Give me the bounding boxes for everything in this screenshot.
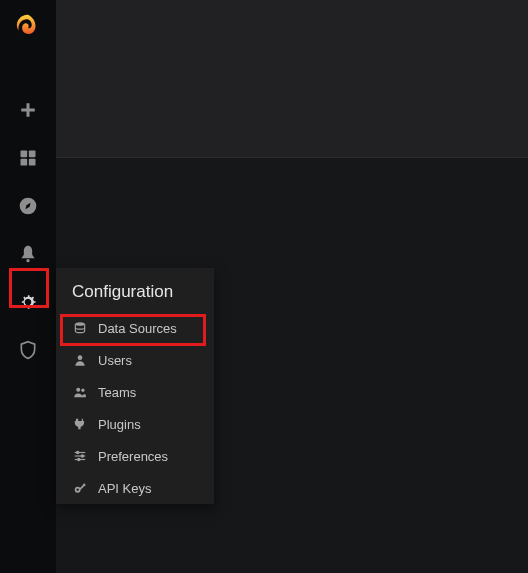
- svg-rect-2: [21, 151, 28, 158]
- svg-point-8: [26, 259, 29, 262]
- svg-rect-5: [29, 159, 36, 166]
- configuration-icon[interactable]: [8, 282, 48, 322]
- menu-item-label: API Keys: [98, 481, 151, 496]
- menu-item-label: Data Sources: [98, 321, 177, 336]
- svg-rect-3: [29, 151, 36, 158]
- sliders-icon: [72, 448, 88, 464]
- grafana-logo-icon[interactable]: [13, 12, 43, 42]
- svg-point-16: [77, 451, 79, 453]
- users-icon: [72, 384, 88, 400]
- explore-icon[interactable]: [8, 186, 48, 226]
- svg-rect-4: [21, 159, 28, 166]
- menu-item-api-keys[interactable]: API Keys: [56, 472, 214, 504]
- menu-item-label: Preferences: [98, 449, 168, 464]
- svg-rect-1: [21, 109, 35, 112]
- svg-point-9: [75, 322, 84, 326]
- svg-point-11: [76, 388, 80, 392]
- menu-item-label: Users: [98, 353, 132, 368]
- sidebar: [0, 0, 56, 573]
- main-content-header: [56, 0, 528, 158]
- create-icon[interactable]: [8, 90, 48, 130]
- menu-item-label: Plugins: [98, 417, 141, 432]
- alerting-icon[interactable]: [8, 234, 48, 274]
- key-icon: [72, 480, 88, 496]
- dashboards-icon[interactable]: [8, 138, 48, 178]
- menu-item-preferences[interactable]: Preferences: [56, 440, 214, 472]
- menu-item-users[interactable]: Users: [56, 344, 214, 376]
- popup-title: Configuration: [56, 268, 214, 312]
- menu-item-data-sources[interactable]: Data Sources: [56, 312, 214, 344]
- menu-item-teams[interactable]: Teams: [56, 376, 214, 408]
- database-icon: [72, 320, 88, 336]
- menu-item-plugins[interactable]: Plugins: [56, 408, 214, 440]
- configuration-popup: Configuration Data Sources Users Teams P…: [56, 268, 214, 504]
- svg-point-17: [81, 455, 83, 457]
- user-icon: [72, 352, 88, 368]
- plug-icon: [72, 416, 88, 432]
- svg-point-20: [77, 489, 79, 491]
- svg-point-18: [78, 458, 80, 460]
- svg-point-10: [78, 355, 83, 360]
- server-admin-icon[interactable]: [8, 330, 48, 370]
- menu-item-label: Teams: [98, 385, 136, 400]
- svg-point-12: [81, 389, 84, 392]
